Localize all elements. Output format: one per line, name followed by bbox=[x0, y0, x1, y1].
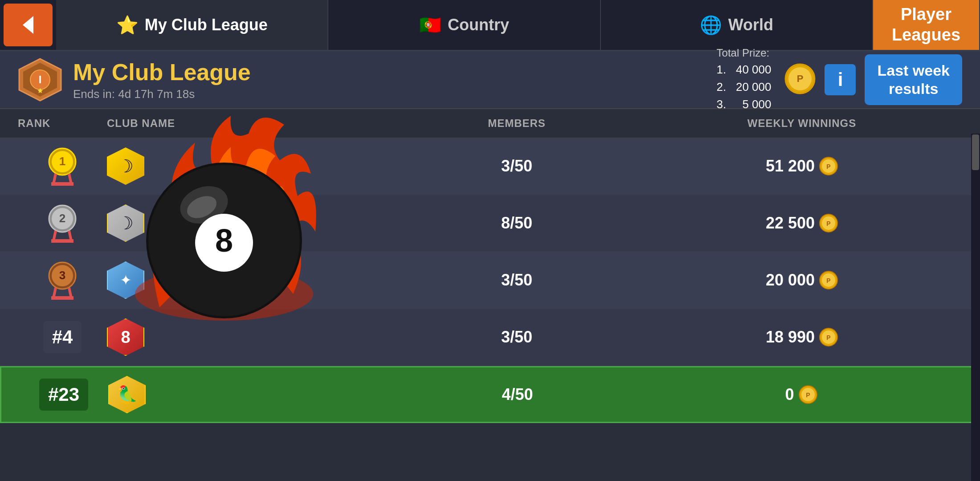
star-icon: ⭐ bbox=[116, 15, 139, 36]
globe-icon: 🌐 bbox=[700, 15, 722, 36]
col-weekly-winnings: WEEKLY WINNINGS bbox=[659, 114, 944, 133]
back-button[interactable] bbox=[4, 4, 53, 46]
table-body: 1 ☽ 3/50 51 200 P 2 bbox=[0, 138, 980, 481]
club-hex-4: 8 bbox=[107, 318, 144, 356]
table-row[interactable]: 1 ☽ 3/50 51 200 P bbox=[0, 138, 980, 195]
winnings-3: 20 000 P bbox=[659, 271, 944, 289]
prize-block: Total Prize: 1. 40 000 2. 20 000 3. 5 00… bbox=[717, 47, 772, 113]
portugal-flag-icon: 🇵🇹 bbox=[419, 15, 441, 36]
tab-player-leagues[interactable]: Player Leagues bbox=[873, 0, 980, 50]
world-label: World bbox=[728, 16, 773, 34]
club-cell-2: ☽ bbox=[107, 204, 374, 242]
league-header: I ⭐ My Club League Ends in: 4d 17h 7m 18… bbox=[0, 51, 980, 109]
league-subtitle: Ends in: 4d 17h 7m 18s bbox=[73, 87, 717, 101]
table-header: RANK CLUB NAME MEMBERS WEEKLY WINNINGS bbox=[0, 109, 980, 138]
members-3: 3/50 bbox=[374, 271, 659, 289]
svg-text:P: P bbox=[826, 220, 830, 227]
members-2: 8/50 bbox=[374, 214, 659, 232]
club-cell-3: ✦ bbox=[107, 261, 374, 299]
svg-text:2: 2 bbox=[59, 212, 65, 225]
club-cell-4: 8 bbox=[107, 318, 374, 356]
league-badge: I ⭐ bbox=[18, 57, 62, 102]
tab-world[interactable]: 🌐 World bbox=[601, 0, 873, 50]
club-hex-2: ☽ bbox=[107, 204, 144, 242]
winnings-1: 51 200 P bbox=[659, 157, 944, 175]
rank-number-4: #4 bbox=[43, 321, 82, 353]
svg-text:⭐: ⭐ bbox=[37, 88, 43, 94]
col-rank: RANK bbox=[18, 114, 107, 133]
prize-label: Total Prize: bbox=[717, 47, 772, 59]
club-cell-1: ☽ bbox=[107, 147, 374, 185]
table-row[interactable]: #4 8 3/50 18 990 P bbox=[0, 309, 980, 366]
player-leagues-label: Player Leagues bbox=[892, 4, 960, 45]
col-club-name: CLUB NAME bbox=[107, 114, 374, 133]
col-spacer bbox=[944, 114, 962, 133]
club-hex-23: 🦜 bbox=[108, 376, 146, 413]
members-1: 3/50 bbox=[374, 157, 659, 175]
rank-number-23: #23 bbox=[39, 379, 88, 411]
tab-country[interactable]: 🇵🇹 Country bbox=[328, 0, 600, 50]
table-row-my-club[interactable]: #23 🦜 4/50 0 P bbox=[0, 366, 980, 423]
table-row[interactable]: 3 ✦ 3/50 20 000 P bbox=[0, 252, 980, 309]
svg-text:P: P bbox=[826, 334, 830, 341]
last-week-results-button[interactable]: Last week results bbox=[865, 54, 962, 105]
svg-text:P: P bbox=[797, 73, 804, 84]
winnings-2: 22 500 P bbox=[659, 214, 944, 232]
country-label: Country bbox=[448, 16, 509, 34]
svg-text:3: 3 bbox=[59, 269, 65, 282]
rank-cell-23: #23 bbox=[19, 379, 108, 411]
svg-text:I: I bbox=[39, 73, 42, 86]
members-23: 4/50 bbox=[376, 385, 659, 404]
prize-row-3: 3. 5 000 bbox=[717, 96, 772, 113]
table-row[interactable]: 2 ☽ 8/50 22 500 P bbox=[0, 195, 980, 252]
svg-marker-0 bbox=[23, 16, 33, 34]
svg-text:P: P bbox=[806, 391, 810, 399]
scrollbar-thumb[interactable] bbox=[972, 135, 979, 170]
svg-text:P: P bbox=[826, 163, 830, 170]
my-club-league-label: My Club League bbox=[145, 16, 268, 34]
rank-cell-3: 3 bbox=[18, 260, 107, 300]
prize-row-2: 2. 20 000 bbox=[717, 78, 772, 96]
coin-icon: P bbox=[784, 63, 816, 96]
prize-row-1: 1. 40 000 bbox=[717, 61, 772, 78]
league-title: My Club League bbox=[73, 59, 717, 86]
tab-my-club-league[interactable]: ⭐ My Club League bbox=[56, 0, 328, 50]
rank-cell-1: 1 bbox=[18, 146, 107, 186]
members-4: 3/50 bbox=[374, 328, 659, 346]
club-cell-23: 🦜 bbox=[108, 376, 376, 413]
top-nav: ⭐ My Club League 🇵🇹 Country 🌐 World Play… bbox=[0, 0, 980, 51]
info-button[interactable]: i bbox=[825, 64, 856, 95]
svg-text:P: P bbox=[826, 277, 830, 284]
winnings-23: 0 P bbox=[659, 385, 943, 404]
scrollbar-track[interactable] bbox=[971, 134, 980, 481]
col-members: MEMBERS bbox=[374, 114, 659, 133]
league-title-block: My Club League Ends in: 4d 17h 7m 18s bbox=[73, 59, 717, 101]
rank-cell-2: 2 bbox=[18, 203, 107, 243]
club-hex-1: ☽ bbox=[107, 147, 144, 185]
svg-text:1: 1 bbox=[59, 155, 65, 168]
winnings-4: 18 990 P bbox=[659, 328, 944, 346]
club-hex-3: ✦ bbox=[107, 261, 144, 299]
rank-cell-4: #4 bbox=[18, 321, 107, 353]
